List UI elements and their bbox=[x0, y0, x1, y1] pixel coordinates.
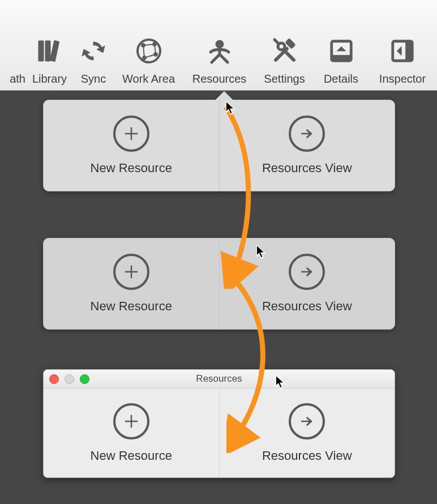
resources-view-label: Resources View bbox=[262, 299, 352, 314]
plus-circle-icon bbox=[113, 403, 149, 439]
toolbar-label: Work Area bbox=[122, 72, 175, 86]
toolbar-label: Library bbox=[32, 72, 67, 86]
toolbar-item-resources[interactable]: Resources bbox=[184, 35, 255, 86]
resources-view-button[interactable]: Resources View bbox=[220, 238, 395, 329]
svg-rect-12 bbox=[331, 55, 351, 61]
resources-view-button[interactable]: Resources View bbox=[220, 100, 395, 191]
settings-icon bbox=[269, 35, 301, 67]
toolbar-item-details[interactable]: Details bbox=[314, 35, 368, 86]
arrow-right-circle-icon bbox=[289, 403, 325, 439]
new-resource-button[interactable]: New Resource bbox=[44, 238, 220, 329]
resources-view-label: Resources View bbox=[262, 449, 352, 463]
resources-view-button[interactable]: Resources View bbox=[220, 388, 395, 478]
toolbar-item-workarea[interactable]: Work Area bbox=[113, 35, 184, 86]
workarea-icon bbox=[133, 35, 165, 67]
resources-icon bbox=[204, 35, 235, 67]
path-icon bbox=[0, 35, 29, 67]
new-resource-button[interactable]: New Resource bbox=[44, 100, 220, 191]
toolbar-label: Inspector bbox=[379, 72, 426, 86]
toolbar-item-library[interactable]: Library bbox=[25, 35, 74, 86]
toolbar-label: Sync bbox=[81, 72, 106, 86]
svg-rect-0 bbox=[38, 41, 44, 61]
resources-popover-1: New Resource Resources View bbox=[43, 100, 395, 191]
toolbar-label: Details bbox=[324, 72, 358, 86]
resources-view-label: Resources View bbox=[262, 161, 352, 176]
resources-popover-2: New Resource Resources View bbox=[43, 238, 395, 330]
toolbar-item-inspector[interactable]: Inspector bbox=[368, 35, 437, 86]
plus-circle-icon bbox=[113, 254, 149, 290]
cursor-icon bbox=[275, 375, 285, 390]
toolbar-label: Resources bbox=[192, 72, 247, 86]
new-resource-label: New Resource bbox=[91, 299, 172, 314]
svg-point-3 bbox=[138, 40, 160, 62]
arrow-right-circle-icon bbox=[289, 254, 325, 290]
svg-rect-1 bbox=[45, 41, 50, 61]
toolbar-item-sync[interactable]: Sync bbox=[74, 35, 113, 86]
svg-rect-2 bbox=[50, 41, 59, 62]
cursor-icon bbox=[256, 245, 266, 259]
inspector-icon bbox=[387, 35, 418, 67]
toolbar-item-path[interactable]: ath bbox=[0, 35, 25, 86]
arrow-right-circle-icon bbox=[289, 116, 325, 152]
new-resource-label: New Resource bbox=[91, 449, 172, 463]
window-titlebar[interactable]: Resources bbox=[44, 370, 395, 388]
window-title: Resources bbox=[44, 373, 395, 385]
details-icon bbox=[325, 35, 357, 67]
toolbar-item-settings[interactable]: Settings bbox=[255, 35, 314, 86]
library-icon bbox=[34, 35, 66, 67]
plus-circle-icon bbox=[113, 116, 149, 152]
toolbar: ath Library Sync bbox=[0, 0, 437, 91]
toolbar-label: ath bbox=[0, 72, 25, 86]
resources-window: Resources New Resource Resources View bbox=[43, 369, 395, 478]
new-resource-label: New Resource bbox=[91, 161, 172, 176]
toolbar-label: Settings bbox=[264, 72, 305, 86]
svg-rect-14 bbox=[406, 41, 413, 61]
new-resource-button[interactable]: New Resource bbox=[44, 388, 220, 478]
cursor-icon bbox=[225, 101, 235, 116]
popover-arrow bbox=[215, 91, 233, 100]
sync-icon bbox=[78, 35, 109, 67]
